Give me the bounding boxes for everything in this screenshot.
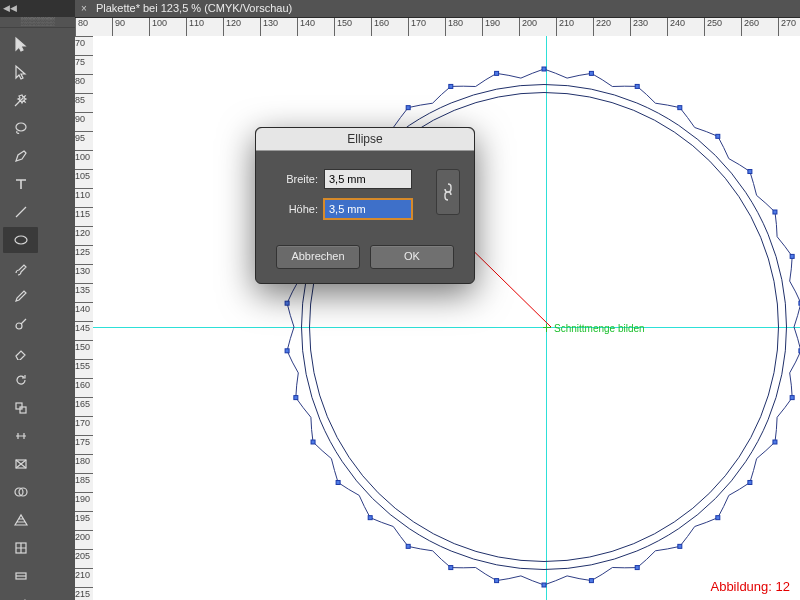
rotate-tool[interactable] <box>3 367 38 393</box>
ruler-tick: 155 <box>75 359 93 371</box>
svg-rect-32 <box>495 579 499 583</box>
ruler-tick: 200 <box>519 18 537 36</box>
svg-rect-29 <box>635 566 639 570</box>
ruler-tick: 170 <box>75 416 93 428</box>
ruler-tick: 140 <box>75 302 93 314</box>
ruler-tick: 260 <box>741 18 759 36</box>
svg-rect-19 <box>748 170 752 174</box>
ruler-tick: 190 <box>75 492 93 504</box>
ruler-tick: 110 <box>75 188 93 200</box>
paintbrush-tool[interactable] <box>3 255 38 281</box>
ruler-tick: 115 <box>75 207 93 219</box>
ruler-tick: 240 <box>667 18 685 36</box>
ruler-tick: 170 <box>408 18 426 36</box>
ruler-tick: 145 <box>75 321 93 333</box>
ruler-tick: 160 <box>371 18 389 36</box>
svg-rect-24 <box>790 396 794 400</box>
width-label: Breite: <box>270 173 318 185</box>
ruler-tick: 130 <box>75 264 93 276</box>
ruler-tick: 120 <box>223 18 241 36</box>
ruler-tick: 180 <box>75 454 93 466</box>
eyedropper-tool[interactable] <box>3 591 38 600</box>
ruler-tick: 175 <box>75 435 93 447</box>
eraser-tool[interactable] <box>3 339 38 365</box>
svg-rect-38 <box>294 396 298 400</box>
ruler-tick: 195 <box>75 511 93 523</box>
ruler-tick: 180 <box>445 18 463 36</box>
scale-tool[interactable] <box>3 395 38 421</box>
document-tab-bar: × Plakette* bei 123,5 % (CMYK/Vorschau) <box>75 0 800 18</box>
panel-collapse-icon[interactable]: ◀◀ <box>3 3 17 13</box>
cancel-button[interactable]: Abbrechen <box>276 245 360 269</box>
document-tab[interactable]: × Plakette* bei 123,5 % (CMYK/Vorschau) <box>81 1 292 16</box>
svg-rect-27 <box>716 516 720 520</box>
ruler-tick: 125 <box>75 245 93 257</box>
tools-panel: ░░░░░░ <box>0 17 76 600</box>
perspective-grid-tool[interactable] <box>3 507 38 533</box>
svg-rect-16 <box>635 84 639 88</box>
svg-rect-34 <box>406 544 410 548</box>
ruler-tick: 190 <box>482 18 500 36</box>
ruler-tick: 110 <box>186 18 204 36</box>
tools-panel-grip[interactable]: ░░░░░░ <box>0 17 75 28</box>
constrain-proportions-button[interactable] <box>436 169 460 215</box>
ruler-tick: 70 <box>75 36 93 48</box>
ruler-tick: 215 <box>75 587 93 599</box>
dialog-title: Ellipse <box>256 128 474 151</box>
svg-rect-31 <box>542 583 546 587</box>
selection-tool[interactable] <box>3 31 38 57</box>
pencil-tool[interactable] <box>3 283 38 309</box>
close-tab-icon[interactable]: × <box>81 3 87 14</box>
ruler-tick: 150 <box>334 18 352 36</box>
ellipse-tool[interactable] <box>3 227 38 253</box>
pen-tool[interactable] <box>3 143 38 169</box>
ruler-tick: 80 <box>75 18 88 36</box>
svg-rect-28 <box>678 544 682 548</box>
free-transform-tool[interactable] <box>3 451 38 477</box>
width-input[interactable] <box>324 169 412 189</box>
lasso-tool[interactable] <box>3 115 38 141</box>
svg-rect-35 <box>368 516 372 520</box>
svg-rect-30 <box>589 579 593 583</box>
svg-rect-20 <box>773 210 777 214</box>
svg-rect-21 <box>790 254 794 258</box>
svg-rect-46 <box>449 84 453 88</box>
ellipse-dialog: Ellipse Breite: Höhe: Abbrechen OK <box>255 127 475 284</box>
magic-wand-tool[interactable] <box>3 87 38 113</box>
ruler-tick: 270 <box>778 18 796 36</box>
canvas[interactable]: Schnittmenge bilden Abbildung: 12 <box>93 36 800 600</box>
ruler-tick: 80 <box>75 74 93 86</box>
direct-selection-tool[interactable] <box>3 59 38 85</box>
shape-builder-tool[interactable] <box>3 479 38 505</box>
ruler-tick: 160 <box>75 378 93 390</box>
svg-rect-33 <box>449 566 453 570</box>
blob-brush-tool[interactable] <box>3 311 38 337</box>
svg-rect-26 <box>748 480 752 484</box>
ruler-horizontal[interactable]: 8090100110120130140150160170180190200210… <box>75 18 800 37</box>
height-input[interactable] <box>324 199 412 219</box>
mesh-tool[interactable] <box>3 535 38 561</box>
svg-rect-36 <box>336 480 340 484</box>
ruler-tick: 185 <box>75 473 93 485</box>
gradient-tool[interactable] <box>3 563 38 589</box>
svg-rect-45 <box>406 106 410 110</box>
line-tool[interactable] <box>3 199 38 225</box>
ruler-tick: 135 <box>75 283 93 295</box>
ruler-tick: 205 <box>75 549 93 561</box>
ruler-tick: 105 <box>75 169 93 181</box>
svg-rect-17 <box>678 106 682 110</box>
ruler-tick: 120 <box>75 226 93 238</box>
width-tool[interactable] <box>3 423 38 449</box>
smart-guide-label: Schnittmenge bilden <box>554 323 645 334</box>
svg-rect-18 <box>716 134 720 138</box>
ruler-tick: 100 <box>149 18 167 36</box>
ruler-tick: 100 <box>75 150 93 162</box>
ok-button[interactable]: OK <box>370 245 454 269</box>
type-tool[interactable] <box>3 171 38 197</box>
svg-rect-39 <box>285 349 289 353</box>
ruler-vertical[interactable]: 7075808590951001051101151201251301351401… <box>75 36 94 600</box>
ruler-tick: 75 <box>75 55 93 67</box>
ruler-tick: 210 <box>75 568 93 580</box>
ruler-tick: 130 <box>260 18 278 36</box>
ruler-tick: 220 <box>593 18 611 36</box>
